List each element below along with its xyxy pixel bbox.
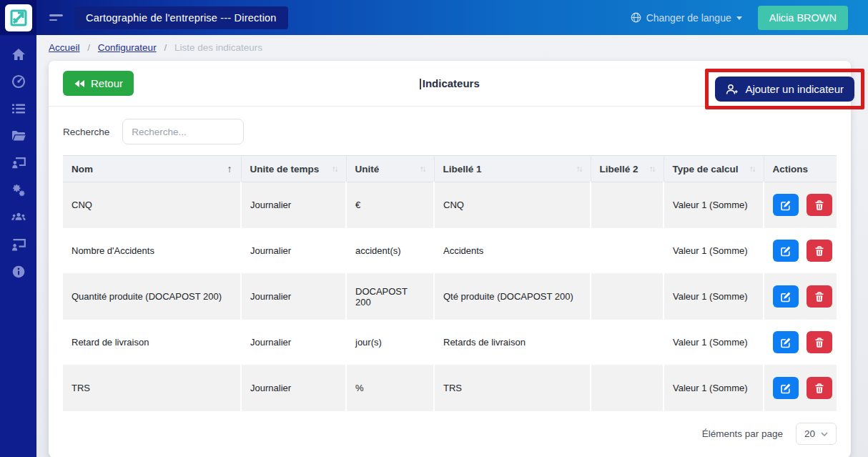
globe-icon bbox=[631, 12, 641, 23]
app-logo[interactable] bbox=[5, 4, 32, 31]
gears-icon bbox=[11, 183, 26, 197]
sidebar bbox=[0, 0, 36, 457]
cell-unite: accident(s) bbox=[346, 228, 434, 274]
table-row: TRS Journalier % TRS Valeur 1 (Somme) bbox=[63, 365, 837, 411]
cell-libelle-1: Retards de livraison bbox=[434, 320, 591, 365]
edit-button[interactable] bbox=[773, 285, 799, 308]
cell-unite-de-temps: Journalier bbox=[241, 182, 346, 228]
person-screen-icon bbox=[11, 237, 26, 252]
cell-libelle-2 bbox=[591, 182, 664, 228]
cell-actions bbox=[764, 274, 837, 320]
edit-pencil-icon bbox=[780, 245, 791, 257]
delete-button[interactable] bbox=[807, 240, 832, 262]
sidebar-item-training[interactable] bbox=[0, 149, 36, 177]
trash-icon bbox=[814, 245, 825, 257]
trash-icon bbox=[814, 337, 825, 348]
table-footer: Éléments par page 20 bbox=[63, 411, 837, 457]
table-row: Nombre d'Accidents Journalier accident(s… bbox=[63, 228, 837, 274]
sidebar-item-folder[interactable] bbox=[0, 122, 36, 149]
logo-zone bbox=[0, 0, 36, 35]
cell-nom: TRS bbox=[63, 365, 241, 411]
column-header-libelle1[interactable]: Libellé 1↑↓ bbox=[434, 156, 591, 182]
users-icon bbox=[11, 210, 26, 225]
back-button[interactable]: Retour bbox=[63, 71, 134, 96]
chart-logo-icon bbox=[9, 9, 28, 27]
cell-unite-de-temps: Journalier bbox=[241, 320, 346, 365]
table-row: CNQ Journalier € CNQ Valeur 1 (Somme) bbox=[63, 182, 837, 228]
edit-pencil-icon bbox=[780, 383, 791, 394]
cell-libelle-1: TRS bbox=[434, 365, 591, 411]
sort-both-icon: ↑↓ bbox=[649, 164, 655, 173]
breadcrumb-configurateur[interactable]: Configurateur bbox=[98, 42, 157, 53]
sort-both-icon: ↑↓ bbox=[749, 164, 755, 173]
app-title: Cartographie de l'entreprise --- Directi… bbox=[74, 6, 288, 29]
add-indicator-button[interactable]: Ajouter un indicateur bbox=[715, 77, 854, 102]
sidebar-item-info[interactable] bbox=[0, 258, 36, 285]
cell-libelle-1: Accidents bbox=[434, 228, 591, 274]
language-switcher[interactable]: Changer de langue bbox=[631, 12, 742, 24]
edit-button[interactable] bbox=[773, 240, 799, 262]
cell-nom: Retard de livraison bbox=[63, 320, 241, 365]
cell-unite: € bbox=[346, 182, 434, 228]
chevron-down-icon bbox=[736, 16, 742, 20]
edit-pencil-icon bbox=[780, 291, 791, 303]
annotation-highlight: Ajouter un indicateur bbox=[705, 69, 864, 109]
column-header-unite_de_temps[interactable]: Unite de temps↑↓ bbox=[241, 156, 346, 182]
info-icon bbox=[11, 265, 26, 279]
card-body: Recherche Nom↑Unite de temps↑↓Unité↑↓Lib… bbox=[49, 107, 851, 457]
cell-unite-de-temps: Journalier bbox=[241, 365, 346, 411]
list-icon bbox=[11, 102, 26, 116]
home-icon bbox=[11, 47, 26, 62]
edit-button[interactable] bbox=[773, 194, 799, 216]
delete-button[interactable] bbox=[807, 377, 832, 399]
sidebar-item-home[interactable] bbox=[0, 41, 36, 68]
cell-type-de-calcul: Valeur 1 (Somme) bbox=[664, 365, 764, 411]
cell-libelle-1: CNQ bbox=[434, 182, 591, 228]
table-row: Retard de livraison Journalier jour(s) R… bbox=[63, 320, 837, 365]
sidebar-item-dashboard[interactable] bbox=[0, 68, 36, 95]
user-button[interactable]: Alicia BROWN bbox=[758, 6, 848, 30]
column-header-nom[interactable]: Nom↑ bbox=[63, 156, 241, 182]
edit-button[interactable] bbox=[773, 331, 799, 353]
sidebar-item-presentation[interactable] bbox=[0, 231, 36, 258]
sort-both-icon: ↑↓ bbox=[576, 164, 582, 173]
search-input[interactable] bbox=[122, 119, 244, 144]
cell-libelle-2 bbox=[591, 365, 664, 411]
sort-both-icon: ↑↓ bbox=[420, 164, 425, 173]
cell-unite-de-temps: Journalier bbox=[241, 228, 346, 274]
main-content: Accueil / Configurateur / Liste des indi… bbox=[36, 35, 868, 457]
sort-asc-icon: ↑ bbox=[227, 163, 232, 175]
cell-libelle-2 bbox=[591, 274, 664, 320]
sidebar-item-users[interactable] bbox=[0, 204, 36, 231]
trash-icon bbox=[814, 383, 825, 394]
person-plus-icon bbox=[726, 84, 739, 95]
trash-icon bbox=[814, 291, 825, 303]
sidebar-item-list[interactable] bbox=[0, 95, 36, 122]
cell-nom: Quantité produite (DOCAPOST 200) bbox=[63, 274, 241, 320]
text-cursor bbox=[420, 79, 421, 89]
cell-unite-de-temps: Journalier bbox=[241, 274, 346, 320]
rewind-icon bbox=[74, 79, 85, 88]
cell-type-de-calcul: Valeur 1 (Somme) bbox=[664, 182, 764, 228]
per-page-select[interactable]: 20 bbox=[796, 423, 837, 445]
breadcrumb-accueil[interactable]: Accueil bbox=[49, 42, 80, 53]
column-header-unite[interactable]: Unité↑↓ bbox=[346, 156, 434, 182]
cell-actions bbox=[764, 320, 837, 365]
language-label: Changer de langue bbox=[646, 12, 731, 24]
menu-toggle-icon[interactable] bbox=[49, 14, 63, 21]
cell-unite: % bbox=[346, 365, 434, 411]
delete-button[interactable] bbox=[807, 194, 832, 216]
edit-pencil-icon bbox=[780, 200, 791, 211]
cell-type-de-calcul: Valeur 1 (Somme) bbox=[664, 228, 764, 274]
search-row: Recherche bbox=[63, 119, 837, 144]
cell-nom: CNQ bbox=[63, 182, 241, 228]
edit-button[interactable] bbox=[773, 377, 799, 399]
column-header-type_de_calcul[interactable]: Type de calcul↑↓ bbox=[664, 156, 764, 182]
sidebar-item-settings[interactable] bbox=[0, 177, 36, 204]
cell-actions bbox=[764, 228, 837, 274]
cell-unite: DOCAPOST 200 bbox=[346, 274, 434, 320]
delete-button[interactable] bbox=[807, 331, 832, 353]
column-header-libelle2[interactable]: Libellé 2↑↓ bbox=[591, 156, 664, 182]
per-page-label: Éléments par page bbox=[702, 428, 783, 439]
delete-button[interactable] bbox=[807, 285, 832, 308]
